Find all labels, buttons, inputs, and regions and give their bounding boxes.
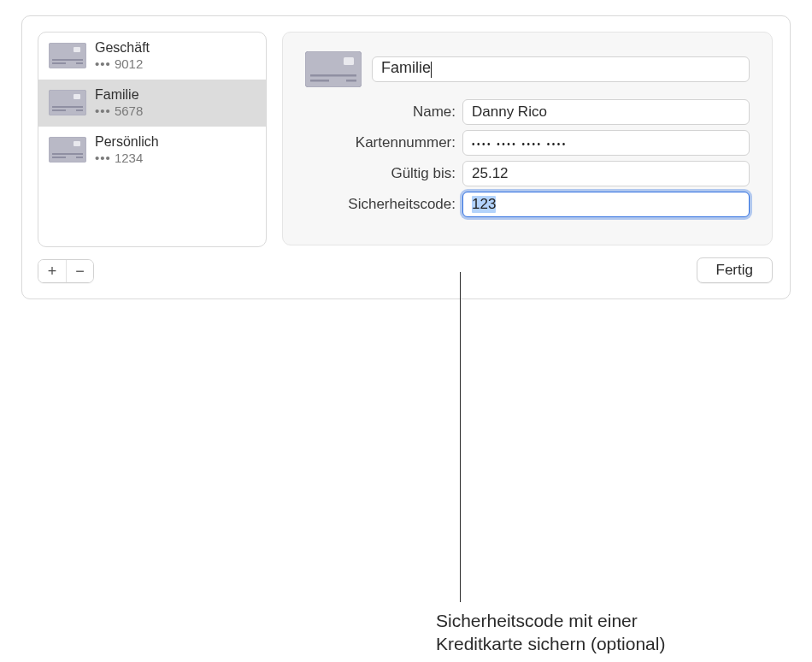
svg-rect-13	[52, 157, 66, 158]
card-item-subtitle: ••• 9012	[95, 56, 150, 73]
svg-rect-5	[49, 90, 86, 115]
sidebar: Geschäft ••• 9012 Fami	[38, 32, 267, 283]
cardnumber-value: •••• •••• •••• ••••	[472, 139, 568, 149]
name-value: Danny Rico	[472, 103, 547, 121]
credit-card-icon	[49, 90, 86, 115]
text-caret	[431, 62, 432, 78]
callout-text: Sicherheitscode mit einer Kreditkarte si…	[436, 609, 665, 656]
svg-rect-8	[52, 109, 66, 111]
plus-icon: +	[48, 263, 57, 279]
svg-rect-14	[76, 157, 83, 158]
security-label: Sicherheitscode:	[305, 196, 462, 213]
autofill-cards-window: Geschäft ••• 9012 Fami	[21, 15, 791, 299]
cardnumber-label: Kartennummer:	[305, 134, 462, 151]
expiry-input[interactable]: 25.12	[462, 161, 750, 186]
svg-rect-18	[310, 80, 329, 82]
credit-card-icon	[49, 43, 86, 68]
card-item-title: Persönlich	[95, 133, 159, 151]
svg-rect-2	[52, 59, 83, 61]
card-item-subtitle: ••• 1234	[95, 151, 159, 167]
add-remove-buttons: + −	[38, 259, 94, 283]
card-item-title: Familie	[95, 86, 143, 103]
expiry-value: 25.12	[472, 165, 509, 182]
security-input[interactable]: 123	[462, 192, 750, 217]
svg-rect-3	[52, 62, 66, 64]
svg-rect-7	[52, 106, 83, 108]
svg-rect-17	[310, 74, 356, 77]
name-input[interactable]: Danny Rico	[462, 99, 750, 125]
card-detail-panel: Familie Name: Danny Rico Kartennummer:	[282, 32, 773, 245]
cardnumber-input[interactable]: •••• •••• •••• ••••	[462, 130, 750, 156]
card-item-subtitle: ••• 5678	[95, 103, 143, 120]
done-button[interactable]: Fertig	[697, 257, 773, 283]
card-item-familie[interactable]: Familie ••• 5678	[38, 80, 266, 127]
svg-rect-11	[74, 141, 80, 146]
card-title-value: Familie	[381, 59, 431, 76]
remove-card-button[interactable]: −	[66, 260, 93, 282]
add-card-button[interactable]: +	[38, 260, 66, 282]
card-title-input[interactable]: Familie	[372, 56, 750, 82]
svg-rect-6	[74, 94, 80, 99]
svg-rect-9	[76, 109, 83, 111]
security-value: 123	[472, 196, 496, 213]
svg-rect-0	[49, 43, 86, 68]
minus-icon: −	[75, 263, 85, 279]
card-list: Geschäft ••• 9012 Fami	[38, 32, 267, 247]
svg-rect-12	[52, 153, 83, 155]
credit-card-icon	[49, 137, 86, 163]
svg-rect-10	[49, 137, 86, 163]
svg-rect-16	[344, 57, 354, 65]
card-item-geschaeft[interactable]: Geschäft ••• 9012	[38, 33, 266, 80]
credit-card-icon	[305, 51, 362, 87]
card-item-title: Geschäft	[95, 39, 150, 56]
callout-line	[460, 272, 461, 602]
expiry-label: Gültig bis:	[305, 165, 462, 182]
card-item-persoenlich[interactable]: Persönlich ••• 1234	[38, 127, 266, 174]
svg-rect-19	[346, 80, 356, 82]
svg-rect-15	[305, 51, 362, 87]
svg-rect-4	[76, 62, 83, 64]
name-label: Name:	[305, 103, 462, 121]
svg-rect-1	[74, 47, 80, 52]
